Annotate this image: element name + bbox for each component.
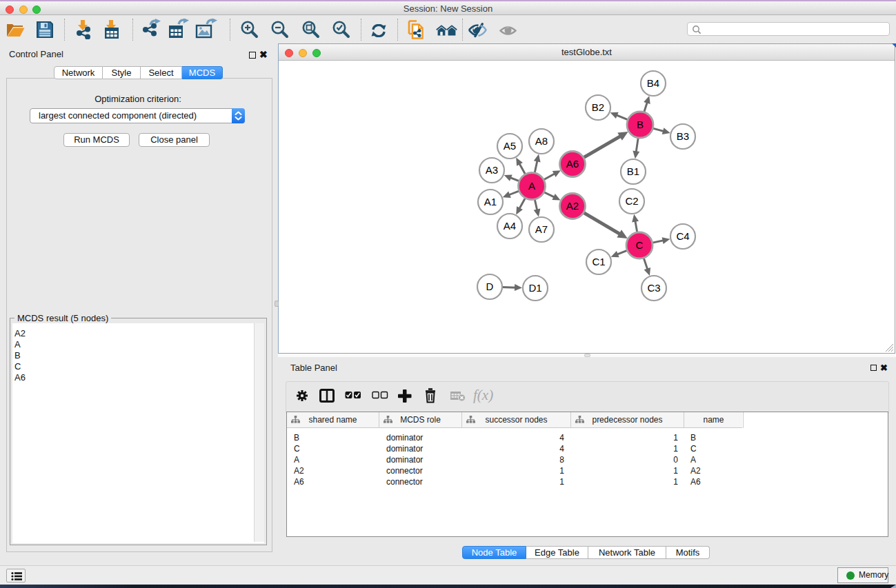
svg-text:A8: A8: [535, 135, 548, 147]
svg-text:B2: B2: [592, 101, 604, 113]
svg-text:A5: A5: [504, 140, 516, 152]
svg-text:A3: A3: [486, 164, 498, 176]
svg-text:D: D: [486, 281, 494, 292]
svg-text:B3: B3: [677, 130, 689, 142]
svg-text:D1: D1: [528, 282, 541, 294]
svg-text:C2: C2: [625, 195, 638, 207]
svg-text:C: C: [636, 239, 644, 251]
svg-text:A4: A4: [504, 220, 516, 232]
svg-text:A6: A6: [566, 158, 579, 170]
svg-text:C3: C3: [647, 282, 660, 294]
svg-text:C4: C4: [676, 230, 689, 242]
svg-text:A2: A2: [566, 200, 579, 212]
svg-text:B1: B1: [627, 165, 639, 177]
svg-text:B4: B4: [647, 77, 659, 89]
svg-text:B: B: [637, 119, 644, 130]
svg-text:A: A: [528, 180, 535, 192]
svg-text:A7: A7: [535, 223, 548, 235]
svg-text:A1: A1: [484, 196, 497, 207]
svg-text:C1: C1: [592, 256, 605, 267]
